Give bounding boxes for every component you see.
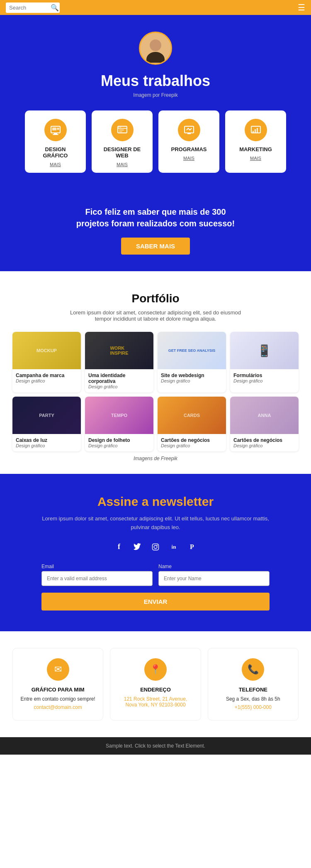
- newsletter-description: Lorem ipsum dolor sit amet, consectetur …: [41, 515, 270, 532]
- portfolio-item-1[interactable]: MOCKUP Campanha de marca Design gráfico: [12, 332, 81, 392]
- portfolio-label-6: Design de folheto Design gráfico: [85, 434, 153, 451]
- email-label: Email: [41, 564, 153, 569]
- portfolio-item-3[interactable]: Get Free SEO Analysis Site de webdesign …: [158, 332, 226, 392]
- portfolio-item-cat-5: Design gráfico: [16, 443, 78, 448]
- email-group: Email: [41, 564, 153, 586]
- service-title-design-grafico: DESIGNGRÁFICO: [31, 146, 80, 159]
- telefone-icon: 📞: [242, 658, 264, 681]
- email-input[interactable]: [41, 571, 153, 586]
- name-input[interactable]: [158, 571, 270, 586]
- service-title-designer-web: DESIGNER DEWEB: [97, 146, 147, 159]
- service-mais-design-grafico[interactable]: MAIS: [31, 162, 80, 167]
- portfolio-item-7[interactable]: CARDS Cartões de negócios Design gráfico: [158, 397, 226, 451]
- design-grafico-icon: [44, 119, 67, 141]
- svg-rect-20: [153, 544, 159, 550]
- svg-point-11: [120, 127, 121, 128]
- contact-link-endereco: 121 Rock Street, 21 Avenue,Nova York, NY…: [117, 696, 194, 708]
- avatar: [139, 32, 172, 65]
- saber-mais-button[interactable]: SABER MAIS: [121, 238, 190, 255]
- portfolio-label-3: Site de webdesign Design gráfico: [158, 369, 226, 387]
- portfolio-thumb-3: Get Free SEO Analysis: [158, 332, 226, 369]
- portfolio-label-8: Cartões de negócios Design gráfico: [230, 434, 299, 451]
- portfolio-item-cat-7: Design gráfico: [161, 443, 223, 448]
- service-mais-marketing[interactable]: MAIS: [231, 156, 280, 161]
- svg-point-21: [154, 545, 157, 549]
- portfolio-item-6[interactable]: Tempo Design de folheto Design gráfico: [85, 397, 153, 451]
- portfolio-item-cat-4: Design gráfico: [233, 378, 295, 383]
- svg-rect-18: [255, 129, 256, 132]
- newsletter-title: Assine a newsletter: [41, 495, 270, 509]
- programas-icon: [178, 119, 200, 141]
- portfolio-thumb-8: Anna: [230, 397, 299, 434]
- contact-title-grafico: GRÁFICO PARA MIM: [19, 687, 96, 693]
- marketing-icon: [245, 119, 267, 141]
- hero-section: Meus trabalhos Imagem por Freepik DESIGN…: [0, 15, 311, 194]
- portfolio-item-8[interactable]: Anna Cartões de negócios Design gráfico: [230, 397, 299, 451]
- svg-rect-6: [52, 128, 56, 130]
- footer: Sample text. Click to select the Text El…: [0, 737, 311, 755]
- portfolio-item-cat-3: Design gráfico: [161, 378, 223, 383]
- portfolio-title: Portfólio: [12, 292, 299, 305]
- twitter-icon[interactable]: [131, 541, 143, 553]
- contact-link-telefone[interactable]: +1(555) 000-000: [215, 704, 292, 710]
- service-mais-programas[interactable]: MAIS: [164, 156, 214, 161]
- portfolio-thumb-4: 📱: [230, 332, 299, 369]
- hero-title: Meus trabalhos: [25, 72, 286, 90]
- portfolio-item-cat-1: Design gráfico: [16, 378, 78, 383]
- search-box[interactable]: 🔍: [6, 2, 60, 13]
- portfolio-label-1: Campanha de marca Design gráfico: [12, 369, 81, 387]
- svg-point-1: [150, 39, 161, 51]
- portfolio-label-4: Formulários Design gráfico: [230, 369, 299, 387]
- portfolio-label-2: Uma identidade corporativa Design gráfic…: [85, 369, 153, 392]
- cta-section: Fico feliz em saber que mais de 300proje…: [0, 194, 311, 271]
- service-card-designer-web: DESIGNER DEWEB MAIS: [92, 110, 153, 173]
- portfolio-section: Portfólio Lorem ipsum dolor sit amet, co…: [0, 271, 311, 474]
- svg-rect-4: [54, 133, 57, 134]
- contact-card-grafico: ✉ GRÁFICO PARA MIM Entre em contato comi…: [12, 648, 103, 721]
- grafico-icon: ✉: [47, 658, 69, 681]
- name-group: Name: [158, 564, 270, 586]
- portfolio-item-5[interactable]: PARTY Caixas de luz Design gráfico: [12, 397, 81, 451]
- portfolio-item-title-4: Formulários: [233, 373, 295, 378]
- service-card-design-grafico: DESIGNGRÁFICO MAIS: [25, 110, 86, 173]
- contact-title-telefone: TELEFONE: [215, 687, 292, 693]
- portfolio-item-title-1: Campanha de marca: [16, 373, 78, 378]
- portfolio-thumb-1: MOCKUP: [12, 332, 81, 369]
- contact-link-grafico[interactable]: contact@domain.com: [19, 704, 96, 710]
- pinterest-icon[interactable]: P: [186, 541, 198, 553]
- portfolio-item-4[interactable]: 📱 Formulários Design gráfico: [230, 332, 299, 392]
- portfolio-grid: MOCKUP Campanha de marca Design gráfico …: [12, 332, 299, 451]
- endereco-icon: 📍: [144, 658, 167, 681]
- footer-text: Sample text. Click to select the Text El…: [106, 743, 205, 749]
- portfolio-item-title-3: Site de webdesign: [161, 373, 223, 378]
- service-title-marketing: MARKETING: [231, 146, 280, 152]
- linkedin-icon[interactable]: in: [168, 541, 180, 553]
- svg-rect-17: [253, 131, 254, 132]
- contact-subtitle-grafico: Entre em contato comigo sempre!: [19, 696, 96, 702]
- contact-subtitle-telefone: Seg a Sex, das 8h às 5h: [215, 696, 292, 702]
- search-icon: 🔍: [51, 4, 59, 12]
- svg-rect-13: [119, 131, 122, 132]
- portfolio-item-title-5: Caixas de luz: [16, 437, 78, 443]
- portfolio-item-cat-2: Design gráfico: [88, 384, 150, 389]
- service-mais-designer-web[interactable]: MAIS: [97, 162, 147, 167]
- portfolio-item-2[interactable]: WORKINSPIRE Uma identidade corporativa D…: [85, 332, 153, 392]
- designer-web-icon: [111, 119, 134, 141]
- facebook-icon[interactable]: f: [113, 541, 125, 553]
- search-input[interactable]: [9, 5, 51, 11]
- newsletter-section: Assine a newsletter Lorem ipsum dolor si…: [0, 474, 311, 631]
- cta-text: Fico feliz em saber que mais de 300proje…: [33, 206, 278, 229]
- instagram-icon[interactable]: [150, 541, 161, 553]
- service-title-programas: PROGRAMAS: [164, 146, 214, 152]
- enviar-button[interactable]: ENVIAR: [41, 593, 270, 611]
- service-card-programas: PROGRAMAS MAIS: [158, 110, 219, 173]
- hamburger-icon[interactable]: ☰: [298, 2, 305, 12]
- newsletter-form: Email Name: [41, 564, 270, 586]
- portfolio-description: Lorem ipsum dolor sit amet, consectetur …: [68, 309, 243, 322]
- svg-point-22: [157, 544, 158, 545]
- portfolio-label-7: Cartões de negócios Design gráfico: [158, 434, 226, 451]
- portfolio-thumb-2: WORKINSPIRE: [85, 332, 153, 369]
- name-label: Name: [158, 564, 270, 569]
- contact-card-endereco: 📍 ENDEREÇO 121 Rock Street, 21 Avenue,No…: [110, 648, 201, 721]
- portfolio-thumb-6: Tempo: [85, 397, 153, 434]
